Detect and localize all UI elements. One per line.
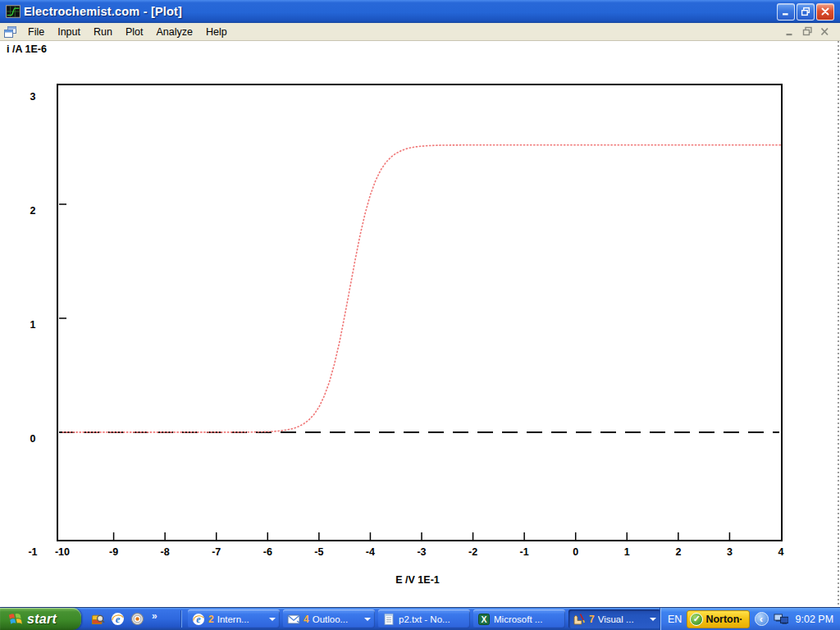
plot-frame [57,84,782,541]
internet-explorer-icon[interactable]: e [111,612,125,626]
taskbar-button-2[interactable]: p2.txt - No... [378,609,470,628]
y-tick-label: -1 [28,546,37,558]
y-tick-label: 0 [30,433,36,445]
child-minimize-button[interactable] [784,26,797,37]
x-tick-label: 1 [624,546,630,558]
minimize-button[interactable] [777,3,795,21]
x-tick-label: 0 [573,546,578,558]
menu-plot[interactable]: Plot [119,25,150,39]
taskbar-button-0[interactable]: e2Intern... [188,609,280,628]
media-player-icon[interactable] [130,612,144,626]
notepad-icon [382,613,395,626]
quick-launch-overflow-chevron[interactable]: » [152,610,158,622]
norton-check-icon: ✓ [690,613,703,626]
menu-help[interactable]: Help [199,25,234,39]
screen: Electrochemist.com - [Plot] File Input R… [0,0,840,630]
child-restore-button[interactable] [801,26,814,37]
current-curve [62,145,781,432]
task-button-label: Outloo... [313,614,361,624]
x-tick-label: -2 [468,546,477,558]
group-dropdown-arrow[interactable] [650,618,656,621]
taskbar-button-1[interactable]: 4Outloo... [283,609,375,628]
start-button[interactable]: start [0,608,81,630]
file-search-icon[interactable] [91,612,105,626]
task-button-label: Visual ... [598,614,646,624]
clock: 9:02 PM [796,614,834,625]
y-tick-label: 2 [30,205,36,217]
task-button-label: Microsoft ... [494,614,561,624]
close-button[interactable] [816,3,834,21]
internet-explorer-icon: e [192,613,205,626]
group-count: 4 [304,614,309,625]
group-dropdown-arrow[interactable] [364,618,371,621]
plot-client-area: i /A 1E-6E /V 1E-1-10-9-8-7-6-5-4-3-2-10… [0,41,840,607]
taskbar-separator [180,610,182,628]
language-indicator[interactable]: EN [668,614,682,625]
visual-studio-icon [573,613,586,626]
taskbar-button-4[interactable]: 7Visual ... [568,609,660,628]
x-tick-label: -9 [109,546,118,558]
menu-input[interactable]: Input [51,25,87,39]
window-controls [777,3,834,21]
network-icon[interactable] [774,614,789,625]
norton-label: Norton· [705,614,742,625]
task-button-label: Intern... [217,614,266,624]
x-tick-label: -1 [520,546,529,558]
excel-icon: X [477,613,491,626]
x-tick-label: -6 [263,546,272,558]
menu-run[interactable]: Run [87,25,119,39]
app-plot-grid-icon [6,4,21,19]
start-label: start [27,612,57,627]
x-tick-label: -3 [417,546,426,558]
x-axis-title: E /V 1E-1 [395,574,440,586]
x-tick-label: 3 [727,546,733,558]
menubar: File Input Run Plot Analyze Help [0,23,840,41]
x-tick-label: -10 [55,546,70,558]
quick-launch-bar: e » [81,608,178,630]
windows-flag-icon [7,611,24,627]
taskbar-button-3[interactable]: XMicrosoft ... [473,609,565,628]
svg-text:X: X [481,614,486,624]
x-tick-label: -8 [161,546,170,558]
mdi-child-window-icon[interactable] [3,25,17,39]
menu-file[interactable]: File [21,25,51,39]
menu-analyze[interactable]: Analyze [149,25,199,39]
child-close-button[interactable] [819,26,831,37]
x-tick-label: 4 [778,546,784,558]
task-button-label: p2.txt - No... [399,614,466,624]
task-button-group: e2Intern...4Outloo...p2.txt - No...XMicr… [185,608,660,630]
y-tick-label: 3 [30,91,36,103]
titlebar: Electrochemist.com - [Plot] [0,0,840,23]
outlook-icon [287,613,300,626]
window-edge-dots [838,41,839,607]
voltammogram-plot: i /A 1E-6E /V 1E-1-10-9-8-7-6-5-4-3-2-10… [0,41,840,607]
x-tick-label: -7 [212,546,221,558]
group-count: 2 [208,614,214,625]
tray-collapse-chevron[interactable]: ‹ [755,612,769,626]
restore-button[interactable] [797,3,815,21]
y-axis-title: i /A 1E-6 [7,43,47,55]
y-tick-label: 1 [30,319,36,331]
group-count: 7 [589,614,595,625]
x-tick-label: -5 [314,546,323,558]
window-title: Electrochemist.com - [Plot] [24,5,777,18]
mdi-child-controls [784,26,831,37]
norton-badge[interactable]: ✓ Norton· [687,610,749,628]
taskbar: start e » e2Intern...4Outloo...p2.txt - … [0,607,840,630]
group-dropdown-arrow[interactable] [269,618,276,621]
x-tick-label: 2 [675,546,681,558]
x-tick-label: -4 [366,546,375,558]
system-tray: EN ✓ Norton· ‹ 9:02 PM [660,608,840,630]
